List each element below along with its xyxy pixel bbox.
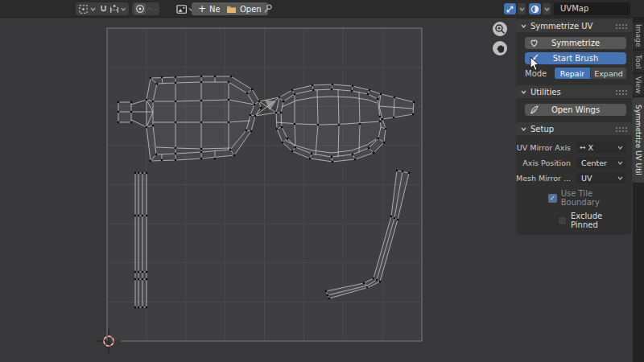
uv-vertex	[397, 219, 398, 220]
uv-vertex	[275, 112, 277, 113]
zoom-button[interactable]	[493, 22, 507, 36]
uv-vertex	[138, 271, 139, 273]
uv-vertex	[412, 113, 414, 115]
uv-vertex	[332, 84, 333, 85]
display-channels-dropdown[interactable]	[543, 3, 551, 14]
panel-header-utilities[interactable]: Utilities	[516, 85, 632, 98]
mesh-mirror-value: UV	[580, 174, 617, 183]
uv-vertex	[394, 97, 395, 98]
sticky-select-dropdown[interactable]	[518, 3, 526, 14]
uv-vertex	[246, 130, 247, 131]
uv-vertex	[325, 290, 327, 292]
uv-vertex	[130, 101, 132, 103]
proportional-editing-button[interactable]	[132, 2, 159, 15]
mode-option-repair[interactable]: Repair	[555, 68, 590, 79]
uv-vertex	[408, 172, 410, 174]
uv-mirror-axis-row: UV Mirror Axis ↔ X	[516, 142, 626, 153]
uv-vertex	[118, 121, 119, 123]
uv-vertex	[390, 216, 392, 217]
symmetrize-button[interactable]: Symmetrize	[525, 37, 626, 49]
uvmap-name-field[interactable]: UVMap	[554, 2, 630, 15]
uv-mirror-axis-dropdown[interactable]: ↔ X	[576, 142, 626, 153]
tab-image[interactable]: Image	[633, 23, 644, 49]
mesh-mirror-dropdown[interactable]: UV	[576, 172, 626, 183]
uv-vertex	[402, 171, 403, 172]
uv-vertex	[359, 123, 361, 125]
uv-mirror-axis-label: UV Mirror Axis	[516, 143, 571, 152]
uv-vertex	[379, 281, 381, 282]
uv-vertex	[383, 142, 385, 143]
mesh-mirror-row: Mesh Mirror ... UV	[516, 172, 626, 183]
pan-button[interactable]	[493, 41, 507, 56]
uv-vertex	[380, 93, 382, 95]
pin-icon[interactable]	[262, 3, 273, 14]
image-icon	[176, 4, 187, 14]
open-image-button[interactable]: Open	[220, 2, 268, 15]
uv-vertex	[161, 159, 163, 161]
axis-position-dropdown[interactable]: Center	[576, 157, 626, 168]
uv-vertex	[233, 154, 235, 156]
uv-vertex	[385, 128, 386, 130]
display-channels-icon	[530, 5, 539, 14]
uv-vertex	[309, 158, 311, 159]
uv-vertex	[396, 170, 398, 171]
uv-vertex	[312, 89, 314, 91]
uv-vertex	[338, 124, 340, 125]
mode-segmented-control: Repair Expand	[555, 68, 626, 79]
proportional-toggle[interactable]	[134, 3, 146, 14]
panel-grip[interactable]	[615, 126, 627, 132]
start-brush-button-label: Start Brush	[553, 54, 598, 63]
uv-vertex	[394, 217, 395, 219]
uv-vertex	[156, 83, 158, 84]
exclude-pinned-row: Exclude Pinned	[558, 212, 632, 229]
display-channels-toggle[interactable]	[529, 3, 541, 14]
uv-vertex	[351, 90, 353, 92]
panel-grip[interactable]	[615, 89, 627, 95]
chevron-down-icon	[154, 7, 157, 11]
magnifier-plus-icon	[494, 23, 506, 35]
uv-vertex	[382, 118, 383, 120]
uv-vertex	[150, 160, 151, 162]
uv-vertex	[138, 306, 139, 308]
uv-vertex	[373, 278, 374, 279]
uv-vertex	[373, 152, 374, 154]
uv-vertex	[142, 215, 143, 216]
uv-vertex	[130, 121, 132, 123]
uv-vertex	[142, 271, 143, 273]
uv-vertex	[291, 89, 293, 91]
chevron-down-icon	[521, 90, 526, 94]
uv-vertex	[142, 306, 143, 308]
uv-vertex	[311, 153, 312, 154]
uv-vertex	[276, 128, 278, 130]
open-wings-button[interactable]: Open Wings	[525, 104, 626, 116]
uv-vertex	[175, 76, 176, 78]
uv-vertex	[146, 99, 147, 101]
uv-vertex	[393, 117, 394, 118]
uv-vertex	[317, 124, 319, 125]
uv-sync-select-toggle[interactable]	[504, 3, 516, 14]
uv-vertex	[150, 77, 151, 79]
uv-vertex	[146, 278, 147, 280]
tab-view[interactable]: View	[633, 74, 644, 96]
uv-vertex	[378, 138, 379, 139]
panel-header-setup[interactable]: Setup	[516, 122, 632, 135]
panel-grip[interactable]	[615, 23, 627, 29]
mode-option-expand[interactable]: Expand	[590, 68, 626, 79]
uv-vertex	[229, 149, 231, 150]
snapping-button[interactable]	[97, 2, 129, 15]
snap-mode-icon	[109, 4, 119, 14]
proportional-editing-icon	[135, 4, 145, 14]
uv-face	[276, 84, 386, 162]
use-tile-boundary-checkbox[interactable]: ✓	[548, 194, 557, 203]
panel-header-symmetrize-uv[interactable]: Symmetrize UV	[516, 19, 632, 32]
editor-header: + New Open UVMap	[0, 0, 644, 18]
chevron-down-icon	[519, 7, 525, 11]
uv-vertex	[280, 112, 282, 113]
uv-vertex	[134, 278, 136, 280]
exclude-pinned-checkbox[interactable]	[558, 216, 567, 225]
tab-symmetrize-uv-util[interactable]: Symmetrize UV Util	[633, 97, 644, 183]
exclude-pinned-label: Exclude Pinned	[571, 212, 632, 229]
tab-tool[interactable]: Tool	[633, 51, 644, 72]
hand-icon	[495, 43, 506, 54]
section-title: Setup	[530, 125, 554, 134]
